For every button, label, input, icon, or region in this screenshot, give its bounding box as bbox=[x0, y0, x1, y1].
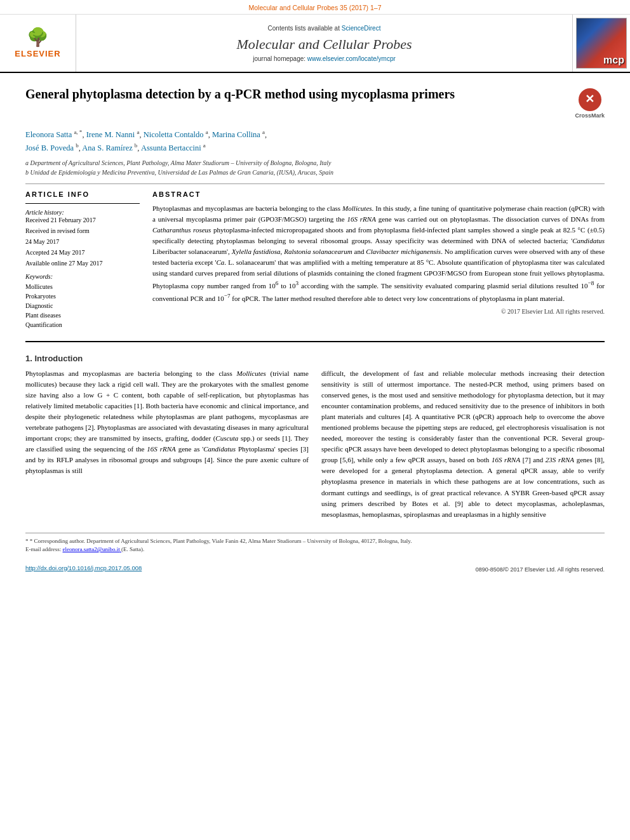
footnote-email-label: E-mail address: bbox=[25, 546, 61, 552]
author-nanni: Irene M. Nanni bbox=[86, 130, 135, 139]
author-contaldo: Nicoletta Contaldo bbox=[144, 130, 204, 139]
intro-cols: Phytoplasmas and mycoplasmas are bacteri… bbox=[25, 368, 605, 520]
author-ramirez-sup: b bbox=[135, 142, 138, 149]
intro-left-col: Phytoplasmas and mycoplasmas are bacteri… bbox=[25, 368, 309, 520]
journal-top-bar: Molecular and Cellular Probes 35 (2017) … bbox=[0, 0, 630, 15]
authors: Eleonora Satta a, *, Irene M. Nanni a, N… bbox=[25, 128, 605, 154]
issn-line: 0890-8508/© 2017 Elsevier Ltd. All right… bbox=[476, 566, 605, 573]
author-satta: Eleonora Satta bbox=[25, 130, 72, 139]
intro-number: 1. bbox=[25, 354, 32, 363]
footnote-area: * * Corresponding author. Department of … bbox=[25, 533, 605, 554]
sciencedirect-link[interactable]: ScienceDirect bbox=[342, 25, 381, 32]
affiliation-a: a Department of Agricultural Sciences, P… bbox=[25, 158, 605, 168]
mcp-logo-inner: mcp bbox=[577, 18, 626, 68]
footnote-email-who: (E. Satta). bbox=[121, 546, 144, 552]
doi-link[interactable]: http://dx.doi.org/10.1016/j.mcp.2017.05.… bbox=[25, 564, 142, 571]
keywords-label: Keywords: bbox=[25, 273, 140, 280]
mcp-label: mcp bbox=[603, 55, 624, 66]
footnote-affiliation: * Corresponding author. Department of Ag… bbox=[30, 538, 412, 544]
article-title-text: General phytoplasma detection by a q-PCR… bbox=[25, 86, 575, 102]
revised-label: Received in revised form bbox=[25, 227, 140, 234]
abstract-text: Phytoplasmas and mycoplasmas are bacteri… bbox=[152, 203, 605, 304]
header-divider bbox=[25, 183, 605, 184]
mcp-logo-box: mcp bbox=[573, 15, 630, 72]
author-collina: Marina Collina bbox=[212, 130, 260, 139]
bottom-links: http://dx.doi.org/10.1016/j.mcp.2017.05.… bbox=[25, 563, 605, 573]
accepted-value: Accepted 24 May 2017 bbox=[25, 249, 140, 256]
article-title-area: General phytoplasma detection by a q-PCR… bbox=[25, 86, 605, 120]
author-satta-sup: a, * bbox=[74, 129, 82, 135]
section-divider bbox=[25, 341, 605, 342]
elsevier-tree-icon: 🌳 bbox=[27, 29, 49, 46]
info-abstract-cols: ARTICLE INFO Article history: Received 2… bbox=[25, 190, 605, 330]
author-poveda-sup: b bbox=[76, 142, 79, 149]
crossmark-label: CrossMark bbox=[575, 112, 605, 120]
author-poveda: José B. Poveda bbox=[25, 143, 74, 152]
footnote-email: eleonora.satta2@unibo.it bbox=[62, 546, 119, 552]
keywords-section: Keywords: MollicutesProkaryotesDiagnosti… bbox=[25, 273, 140, 330]
history-label: Article history: bbox=[25, 209, 140, 216]
sciencedirect-line: Contents lists available at ScienceDirec… bbox=[268, 25, 381, 32]
crossmark-badge: ✕ CrossMark bbox=[575, 88, 605, 120]
elsevier-label: ELSEVIER bbox=[15, 49, 60, 58]
journal-header: 🌳 ELSEVIER Contents lists available at S… bbox=[0, 15, 630, 73]
author-bertaccini: Assunta Bertaccini bbox=[141, 143, 201, 152]
author-nanni-sup: a bbox=[137, 129, 139, 135]
journal-homepage-link[interactable]: www.elsevier.com/locate/ymcpr bbox=[307, 55, 396, 62]
copyright-line: © 2017 Elsevier Ltd. All rights reserved… bbox=[152, 308, 605, 315]
received-value: Received 21 February 2017 bbox=[25, 217, 140, 223]
footnote-star: * bbox=[25, 538, 29, 544]
author-ramirez: Ana S. Ramírez bbox=[82, 143, 133, 152]
header-center: Contents lists available at ScienceDirec… bbox=[76, 15, 573, 72]
footnote-email-link[interactable]: eleonora.satta2@unibo.it bbox=[62, 546, 121, 552]
journal-homepage-line: journal homepage: www.elsevier.com/locat… bbox=[253, 55, 396, 62]
intro-title: Introduction bbox=[34, 354, 83, 363]
page: Molecular and Cellular Probes 35 (2017) … bbox=[0, 0, 630, 840]
doi-area: http://dx.doi.org/10.1016/j.mcp.2017.05.… bbox=[25, 563, 142, 573]
online-value: Available online 27 May 2017 bbox=[25, 260, 140, 267]
abstract-col: ABSTRACT Phytoplasmas and mycoplasmas ar… bbox=[152, 190, 605, 330]
intro-left-text: Phytoplasmas and mycoplasmas are bacteri… bbox=[25, 368, 309, 476]
main-content: General phytoplasma detection by a q-PCR… bbox=[0, 73, 630, 585]
revised-date: 24 May 2017 bbox=[25, 238, 140, 245]
journal-citation: Molecular and Cellular Probes 35 (2017) … bbox=[249, 4, 382, 11]
abstract-heading: ABSTRACT bbox=[152, 190, 605, 198]
keywords-list: MollicutesProkaryotesDiagnosticPlant dis… bbox=[25, 282, 140, 330]
author-collina-sup: a bbox=[262, 129, 265, 135]
author-contaldo-sup: a bbox=[206, 129, 208, 135]
article-info-heading: ARTICLE INFO bbox=[25, 190, 140, 198]
elsevier-logo-box: 🌳 ELSEVIER bbox=[0, 15, 76, 72]
crossmark-icon: ✕ bbox=[579, 88, 601, 111]
article-info-col: ARTICLE INFO Article history: Received 2… bbox=[25, 190, 140, 330]
footnote-text: * * Corresponding author. Department of … bbox=[25, 537, 605, 554]
intro-right-text: difficult, the development of fast and r… bbox=[321, 368, 605, 520]
article-info-divider bbox=[25, 203, 140, 204]
author-bertaccini-sup: a bbox=[203, 142, 206, 149]
sciencedirect-prefix: Contents lists available at bbox=[268, 25, 342, 32]
affiliation-b: b Unidad de Epidemiología y Medicina Pre… bbox=[25, 168, 605, 177]
mcp-logo: mcp bbox=[576, 18, 627, 69]
intro-heading: 1. Introduction bbox=[25, 354, 605, 363]
intro-right-col: difficult, the development of fast and r… bbox=[321, 368, 605, 520]
affiliations: a Department of Agricultural Sciences, P… bbox=[25, 158, 605, 177]
journal-title-header: Molecular and Cellular Probes bbox=[237, 36, 412, 53]
